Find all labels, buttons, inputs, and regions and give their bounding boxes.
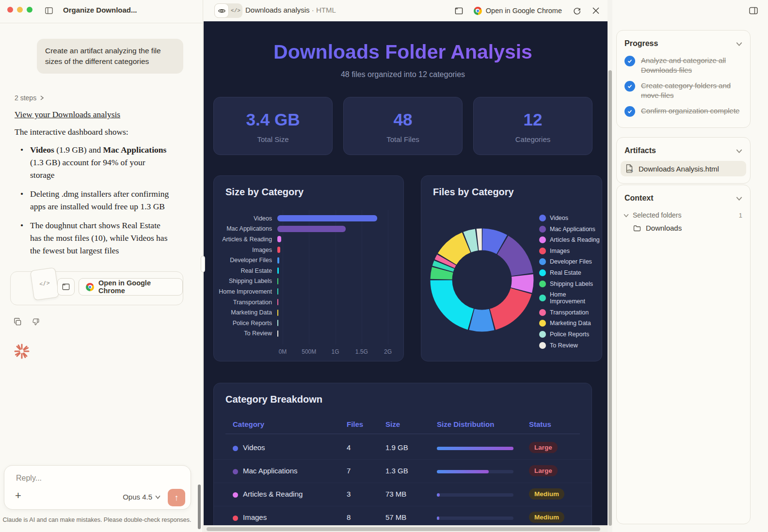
artifact-open-chrome-button[interactable]: Open in Google Chrome <box>474 7 562 15</box>
chat-panel: Organize Download... Create an artifact … <box>0 0 203 532</box>
close-window-button[interactable] <box>7 7 13 13</box>
cell-files: 8 <box>347 513 351 521</box>
x-tick-label: 1.5G <box>355 348 368 355</box>
legend-item[interactable]: Images <box>539 248 602 254</box>
cell-files: 4 <box>347 443 351 452</box>
reply-input[interactable]: Reply... <box>16 474 42 483</box>
legend-item[interactable]: Articles & Reading <box>539 236 602 243</box>
stat-cards: 3.4 GB Total Size 48 Total Files 12 Cate… <box>213 97 592 155</box>
legend-item[interactable]: Shipping Labels <box>539 281 602 287</box>
panel-resize-handle[interactable] <box>201 256 205 272</box>
table-title: Category Breakdown <box>225 394 322 405</box>
bar-row: Articles & Reading <box>214 234 403 245</box>
artifact-list-item[interactable]: HTML Downloads Analysis.html <box>621 161 746 176</box>
steps-label: 2 steps <box>15 94 36 102</box>
copy-icon[interactable] <box>14 318 22 326</box>
legend-item[interactable]: Mac Applications <box>539 226 602 233</box>
open-window-icon[interactable] <box>455 7 463 15</box>
status-badge: Medium <box>529 488 564 500</box>
progress-item: Confirm organization complete <box>617 103 750 120</box>
legend-dot-icon <box>539 269 546 276</box>
artifact-item-name: Downloads Analysis.html <box>639 165 719 173</box>
chevron-right-icon <box>39 95 44 100</box>
right-sidebar: Progress Analyze and categorize all Down… <box>612 0 768 532</box>
progress-card-header[interactable]: Progress <box>617 31 750 53</box>
bar-label: Mac Applications <box>214 225 277 232</box>
bar-label: Transportation <box>214 299 277 306</box>
bar-label: Real Estate <box>214 267 277 274</box>
reply-composer[interactable]: Reply... + Opus 4.5 ↑ <box>4 465 191 510</box>
artifact-open-chrome-label: Open in Google Chrome <box>486 7 562 15</box>
chrome-icon <box>86 283 94 291</box>
send-button[interactable]: ↑ <box>168 489 185 506</box>
donut-legend: VideosMac ApplicationsArticles & Reading… <box>539 215 602 349</box>
bar <box>277 278 278 284</box>
legend-item[interactable]: Transportation <box>539 309 602 316</box>
thumbs-down-icon[interactable] <box>32 318 40 326</box>
open-in-chrome-button[interactable]: Open in Google Chrome <box>79 278 183 296</box>
progress-card: Progress Analyze and categorize all Down… <box>616 30 751 128</box>
bar <box>277 236 281 242</box>
legend-item[interactable]: Real Estate <box>539 269 602 276</box>
bar <box>277 320 278 326</box>
context-card-header[interactable]: Context <box>617 185 750 207</box>
artifact-title-separator: · <box>312 6 314 14</box>
html-file-icon: HTML <box>625 164 633 173</box>
cell-size: 73 MB <box>385 490 406 498</box>
dashboard-title: Downloads Folder Analysis <box>204 41 602 63</box>
zoom-window-button[interactable] <box>27 7 32 13</box>
artifact-code-chip[interactable]: </> <box>30 267 59 301</box>
analysis-link[interactable]: View your Downloads analysis <box>15 110 120 120</box>
chrome-icon <box>474 7 482 15</box>
legend-item[interactable]: Developer Files <box>539 258 602 265</box>
refresh-icon[interactable] <box>573 6 581 15</box>
horizontal-scrollbar-thumb[interactable] <box>207 527 600 531</box>
vertical-scrollbar-thumb[interactable] <box>608 70 612 526</box>
bar-chart-title: Size by Category <box>225 187 304 198</box>
legend-dot-icon <box>539 215 546 221</box>
model-label: Opus 4.5 <box>123 493 152 501</box>
legend-item[interactable]: Home Improvement <box>539 291 602 305</box>
chevron-down-icon <box>736 41 742 47</box>
svg-text:HTML: HTML <box>627 170 633 172</box>
artifacts-card-header[interactable]: Artifacts <box>617 138 750 160</box>
table-divider <box>225 434 580 434</box>
legend-item[interactable]: Videos <box>539 215 602 221</box>
category-dot-icon <box>233 469 238 474</box>
attach-plus-button[interactable]: + <box>15 491 21 501</box>
minimize-window-button[interactable] <box>17 7 23 13</box>
check-circle-icon <box>624 81 635 92</box>
table-row: Articles & Reading373 MBMedium <box>214 483 592 506</box>
chat-scrollbar-thumb[interactable] <box>198 485 201 529</box>
dashboard-preview: Downloads Folder Analysis 48 files organ… <box>204 21 608 525</box>
context-folder-item[interactable]: Downloads <box>617 221 750 239</box>
legend-item[interactable]: To Review <box>539 342 602 349</box>
bar <box>277 226 346 232</box>
artifact-type-label: HTML <box>316 6 336 14</box>
sidebar-collapse-icon[interactable] <box>749 6 758 16</box>
check-circle-icon <box>624 106 635 117</box>
artifact-header: </> Downloads analysis · HTML Open in Go… <box>204 0 608 21</box>
sidebar-toggle-icon[interactable] <box>45 6 53 15</box>
preview-toggle-button[interactable] <box>214 3 229 18</box>
legend-dot-icon <box>539 320 546 327</box>
progress-item: Analyze and categorize all Downloads fil… <box>617 53 750 78</box>
steps-disclosure[interactable]: 2 steps <box>15 94 44 102</box>
open-in-window-button[interactable] <box>57 278 75 296</box>
analysis-bullet: Deleting .dmg installers after confirmin… <box>19 188 171 213</box>
legend-label: Shipping Labels <box>550 281 593 287</box>
legend-dot-icon <box>539 258 546 265</box>
legend-item[interactable]: Marketing Data <box>539 320 602 327</box>
code-toggle-button[interactable]: </> <box>229 3 242 18</box>
bar-label: Images <box>214 247 277 253</box>
stat-card-total-size: 3.4 GB Total Size <box>213 97 333 155</box>
legend-item[interactable]: Police Reports <box>539 331 602 338</box>
close-artifact-icon[interactable] <box>592 7 600 15</box>
bar-chart: VideosMac ApplicationsArticles & Reading… <box>214 213 403 339</box>
selected-folders-group[interactable]: Selected folders 1 <box>617 207 750 221</box>
bar-row: To Review <box>214 329 403 339</box>
model-selector[interactable]: Opus 4.5 <box>123 493 160 501</box>
x-tick-label: 500M <box>302 348 316 355</box>
stat-label: Total Size <box>214 135 332 143</box>
x-tick-label: 2G <box>384 348 392 355</box>
